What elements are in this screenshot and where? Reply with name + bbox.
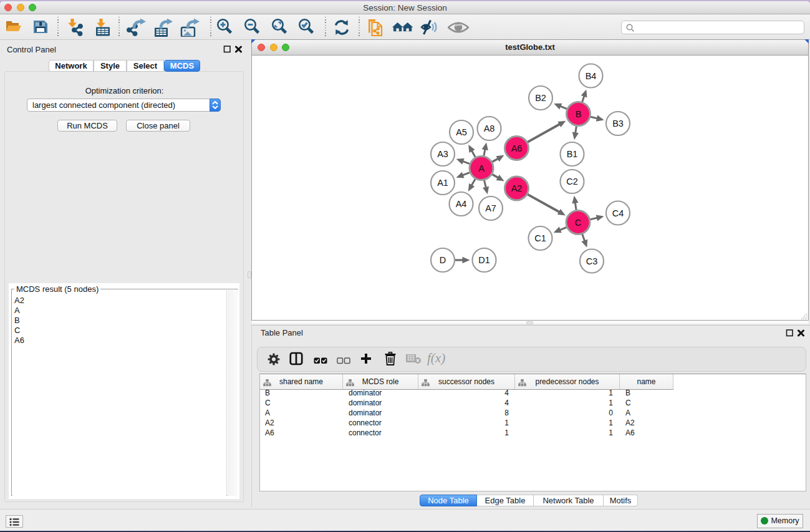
- svg-text:A1: A1: [437, 178, 448, 188]
- svg-text:A5: A5: [456, 127, 467, 137]
- svg-text:B2: B2: [535, 93, 546, 103]
- svg-text:C4: C4: [612, 208, 624, 218]
- svg-text:A8: A8: [484, 123, 495, 133]
- svg-text:C1: C1: [534, 233, 546, 243]
- svg-text:B4: B4: [586, 71, 597, 81]
- svg-text:C3: C3: [586, 256, 598, 266]
- svg-text:A: A: [478, 163, 485, 173]
- svg-text:A2: A2: [511, 183, 523, 193]
- svg-text:C: C: [575, 218, 581, 228]
- svg-text:A7: A7: [485, 203, 496, 213]
- svg-text:B1: B1: [567, 149, 578, 159]
- svg-text:B: B: [576, 109, 582, 119]
- svg-text:A4: A4: [456, 199, 467, 209]
- svg-text:C2: C2: [566, 177, 578, 186]
- svg-text:A6: A6: [511, 143, 523, 153]
- svg-text:B3: B3: [612, 118, 624, 128]
- svg-text:D: D: [440, 255, 446, 265]
- svg-text:D1: D1: [478, 255, 490, 265]
- svg-text:A3: A3: [437, 149, 448, 159]
